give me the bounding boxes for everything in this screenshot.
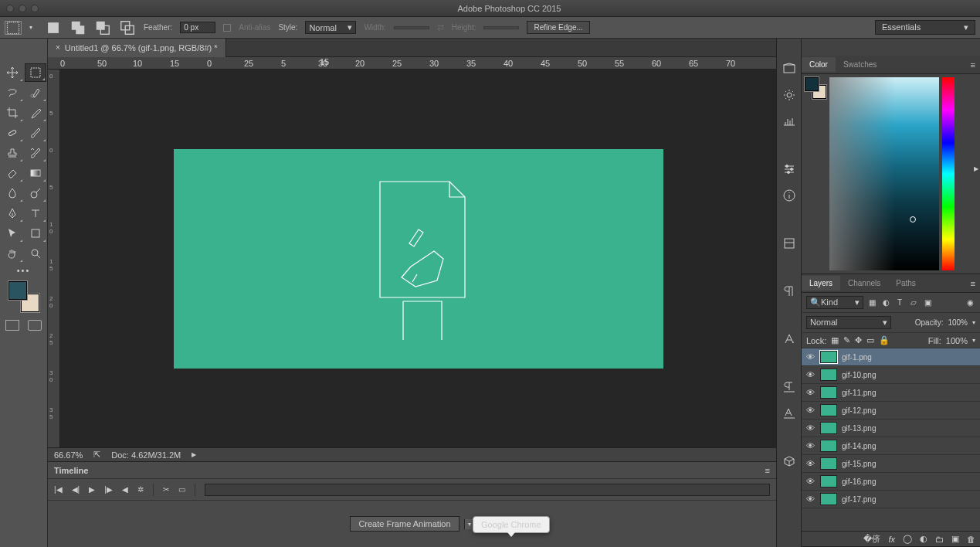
subtract-selection-icon[interactable]: [94, 19, 111, 36]
character-panel-icon[interactable]: [782, 332, 796, 346]
healing-tool-icon[interactable]: [2, 124, 23, 142]
history-brush-tool-icon[interactable]: [25, 144, 46, 162]
filter-adjust-icon[interactable]: ◐: [880, 297, 891, 308]
layer-name[interactable]: gif-16.png: [842, 477, 876, 486]
style-select[interactable]: Normal▾: [305, 21, 356, 34]
hue-slider[interactable]: [942, 77, 955, 270]
filter-type-icon[interactable]: T: [894, 297, 905, 308]
color-swatch[interactable]: [8, 281, 39, 312]
visibility-icon[interactable]: 👁: [805, 370, 816, 379]
color-mini-swatch[interactable]: [805, 77, 826, 99]
visibility-icon[interactable]: 👁: [805, 494, 816, 504]
go-first-icon[interactable]: |◀: [54, 485, 63, 494]
tab-color[interactable]: Color: [802, 57, 836, 72]
layer-mask-icon[interactable]: ◯: [903, 534, 912, 544]
split-icon[interactable]: ✂: [163, 485, 169, 494]
3d-panel-icon[interactable]: [782, 454, 796, 468]
layer-row[interactable]: 👁gif-15.png: [802, 455, 980, 473]
settings-icon[interactable]: ✲: [137, 485, 144, 494]
adjustments-panel-icon[interactable]: [782, 162, 796, 176]
brightness-panel-icon[interactable]: [782, 88, 796, 102]
layer-name[interactable]: gif-12.png: [842, 406, 876, 415]
history-panel-icon[interactable]: [782, 62, 796, 76]
zoom-tool-icon[interactable]: [25, 244, 46, 263]
lasso-tool-icon[interactable]: [2, 83, 23, 102]
layer-fx-icon[interactable]: fx: [888, 535, 895, 544]
filter-smart-icon[interactable]: ▣: [922, 297, 933, 308]
path-select-tool-icon[interactable]: [2, 224, 23, 243]
status-menu-icon[interactable]: ▶: [192, 451, 196, 458]
info-panel-icon[interactable]: [782, 189, 796, 202]
foreground-color-swatch[interactable]: [8, 281, 27, 300]
lock-all-icon[interactable]: 🔒: [879, 335, 890, 345]
color-panel-menu-icon[interactable]: ≡: [966, 60, 980, 70]
eyedropper-tool-icon[interactable]: [25, 104, 46, 122]
timeline-menu-icon[interactable]: ≡: [765, 466, 770, 475]
opacity-dropdown-icon[interactable]: ▾: [972, 319, 975, 326]
hand-tool-icon[interactable]: [2, 244, 23, 263]
marquee-tool-icon[interactable]: [25, 63, 46, 82]
fill-value[interactable]: 100%: [946, 336, 968, 345]
layer-row[interactable]: 👁gif-12.png: [802, 402, 980, 420]
histogram-panel-icon[interactable]: [782, 114, 796, 128]
close-tab-icon[interactable]: ×: [56, 43, 60, 52]
char-styles-panel-icon[interactable]: [782, 406, 796, 420]
filter-toggle-icon[interactable]: ◉: [965, 297, 975, 308]
refine-edge-button[interactable]: Refine Edge...: [527, 21, 589, 34]
layer-row[interactable]: 👁gif-16.png: [802, 473, 980, 491]
layer-thumbnail[interactable]: [820, 493, 837, 505]
layer-filter-kind[interactable]: 🔍Kind▾: [806, 296, 863, 309]
tool-preset-dropdown-icon[interactable]: ▾: [29, 24, 37, 31]
libraries-panel-icon[interactable]: [782, 236, 796, 250]
para-styles-panel-icon[interactable]: [782, 380, 796, 394]
delete-layer-icon[interactable]: 🗑: [967, 535, 975, 544]
canvas[interactable]: [174, 149, 663, 369]
zoom-window-icon[interactable]: [31, 5, 39, 12]
ruler-horizontal[interactable]: 0501015 025530 15202530 35404550 5560657…: [48, 57, 776, 70]
layer-name[interactable]: gif-17.png: [842, 495, 876, 504]
visibility-icon[interactable]: 👁: [805, 477, 816, 486]
brush-tool-icon[interactable]: [25, 124, 46, 142]
layer-row[interactable]: 👁gif-13.png: [802, 420, 980, 437]
group-icon[interactable]: 🗀: [935, 535, 944, 544]
layer-row[interactable]: 👁gif-1.png: [802, 348, 980, 366]
link-layers-icon[interactable]: �侪: [863, 533, 880, 545]
layer-thumbnail[interactable]: [820, 369, 837, 381]
visibility-icon[interactable]: 👁: [805, 459, 816, 468]
layer-row[interactable]: 👁gif-10.png: [802, 366, 980, 384]
quick-select-tool-icon[interactable]: [25, 83, 46, 102]
new-selection-icon[interactable]: [45, 19, 62, 36]
visibility-icon[interactable]: 👁: [805, 406, 816, 415]
layer-name[interactable]: gif-15.png: [842, 460, 876, 468]
tab-swatches[interactable]: Swatches: [836, 57, 884, 72]
layers-panel-menu-icon[interactable]: ≡: [966, 279, 980, 288]
opacity-value[interactable]: 100%: [948, 318, 968, 327]
canvas-area[interactable]: [60, 70, 776, 447]
color-picker[interactable]: [829, 77, 939, 270]
standard-mode-icon[interactable]: [5, 320, 19, 331]
add-selection-icon[interactable]: [70, 19, 86, 36]
layer-name[interactable]: gif-11.png: [842, 389, 876, 397]
workspace-select[interactable]: Essentials▾: [875, 20, 975, 35]
layer-row[interactable]: 👁gif-17.png: [802, 491, 980, 508]
type-tool-icon[interactable]: [25, 204, 46, 223]
visibility-icon[interactable]: 👁: [805, 441, 816, 450]
layer-name[interactable]: gif-13.png: [842, 424, 876, 433]
layer-thumbnail[interactable]: [820, 404, 837, 416]
layer-name[interactable]: gif-1.png: [842, 353, 872, 362]
tool-preset-icon[interactable]: [5, 21, 22, 35]
layer-thumbnail[interactable]: [820, 351, 837, 363]
filter-pixel-icon[interactable]: ▦: [866, 297, 877, 308]
transition-icon[interactable]: ▭: [178, 485, 185, 494]
layer-thumbnail[interactable]: [820, 422, 837, 434]
layer-row[interactable]: 👁gif-11.png: [802, 384, 980, 402]
fill-dropdown-icon[interactable]: ▾: [972, 337, 975, 344]
stamp-tool-icon[interactable]: [2, 144, 23, 162]
audio-icon[interactable]: ◀: [122, 485, 128, 494]
crop-tool-icon[interactable]: [2, 104, 23, 122]
quick-mask-icon[interactable]: [28, 320, 42, 331]
paragraph-panel-icon[interactable]: [782, 284, 796, 298]
tab-layers[interactable]: Layers: [802, 276, 840, 290]
ruler-vertical[interactable]: 0505 101520 253035: [48, 70, 60, 447]
blur-tool-icon[interactable]: [2, 184, 23, 202]
